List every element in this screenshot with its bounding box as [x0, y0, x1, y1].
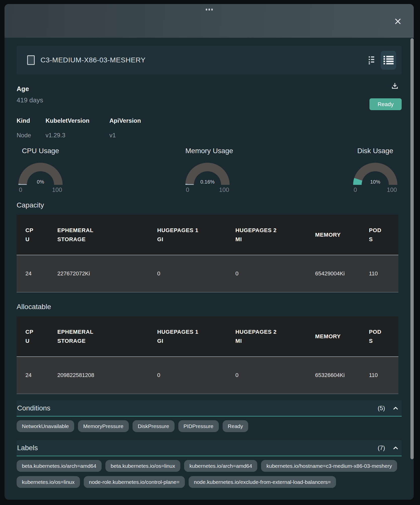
table-cell: 227672072Ki [44, 255, 149, 292]
column-header: CPU [17, 316, 44, 357]
gauge-min: 0 [186, 186, 189, 193]
column-header: PODS [360, 215, 398, 255]
more-dots-icon[interactable] [206, 9, 213, 11]
table-cell: 65326604Ki [306, 357, 360, 394]
meta-field-label: KubeletVersion [46, 117, 109, 124]
condition-chip[interactable]: PIDPressure [178, 420, 219, 432]
gauge-value: 0% [18, 179, 63, 185]
label-chip[interactable]: beta.kubernetes.io/os=linux [105, 460, 180, 472]
table-cell: 0 [149, 255, 227, 292]
modal-content: C3-MEDIUM-X86-03-MESHERY [5, 46, 414, 488]
download-icon [391, 82, 399, 90]
column-header: PODS [360, 316, 398, 357]
table-cell: 65429004Ki [306, 255, 360, 292]
node-title: C3-MEDIUM-X86-03-MESHERY [40, 56, 146, 64]
column-header: HUGEPAGES 1 GI [149, 316, 227, 357]
meta-field-label: ApiVersion [109, 117, 141, 124]
meta-field: ApiVersion v1 [109, 117, 141, 139]
list-view-button[interactable] [381, 51, 396, 70]
column-header: HUGEPAGES 1 GI [149, 215, 227, 255]
label-chip[interactable]: node-role.kubernetes.io/control-plane= [84, 476, 185, 488]
allocatable-header-row: CPUEPHEMERAL STORAGEHUGEPAGES 1 GIHUGEPA… [17, 316, 398, 357]
gauge-min: 0 [354, 186, 357, 193]
label-chip[interactable]: kubernetes.io/os=linux [17, 476, 80, 488]
gauge-max: 100 [52, 186, 62, 193]
meta-field-value: v1.29.3 [46, 132, 109, 139]
gauge-title: Memory Usage [185, 147, 230, 155]
age-status-row: Age 419 days Ready [17, 82, 402, 110]
table-row: 24227672072Ki0065429004Ki110 [17, 255, 398, 292]
table-cell: 24 [17, 255, 44, 292]
age-value: 419 days [17, 96, 402, 104]
gauge: Disk Usage 10% 0 100 [353, 147, 397, 193]
column-header: CPU [17, 215, 44, 255]
capacity-header-row: CPUEPHEMERAL STORAGEHUGEPAGES 1 GIHUGEPA… [17, 215, 398, 255]
close-button[interactable] [394, 17, 402, 26]
column-header: EPHEMERAL STORAGE [44, 215, 149, 255]
labels-title: Labels [17, 444, 38, 452]
download-button[interactable] [391, 82, 399, 91]
condensed-view-icon [369, 56, 375, 64]
chevron-up-icon [392, 444, 399, 451]
condition-chip[interactable]: Ready [223, 420, 248, 432]
gauge-arc-chart: 0% [18, 163, 63, 185]
column-header: MEMORY [306, 316, 360, 357]
collapse-toggle[interactable] [392, 405, 399, 412]
conditions-count: (5) [378, 405, 385, 412]
chevron-up-icon [392, 405, 399, 412]
table-cell: 209822581208 [44, 357, 149, 394]
scrollbar-thumb[interactable] [410, 38, 414, 459]
table-cell: 110 [360, 357, 398, 394]
usage-gauges: CPU Usage 0% 0 100 Memory Usage [17, 147, 402, 193]
labels-section-header[interactable]: Labels (7) [17, 440, 402, 456]
labels-chips: beta.kubernetes.io/arch=amd64beta.kubern… [17, 460, 402, 488]
modal-header-band [5, 4, 414, 38]
column-header: HUGEPAGES 2 MI [227, 316, 306, 357]
meta-field-value: Node [17, 132, 46, 139]
label-chip[interactable]: node.kubernetes.io/exclude-from-external… [189, 476, 336, 488]
condition-chip[interactable]: MemoryPressure [78, 420, 129, 432]
table-row: 242098225812080065326604Ki110 [17, 357, 398, 394]
capacity-title: Capacity [17, 201, 402, 209]
table-cell: 110 [360, 255, 398, 292]
meta-field: Kind Node [17, 117, 46, 139]
column-header: MEMORY [306, 215, 360, 255]
label-chip[interactable]: beta.kubernetes.io/arch=amd64 [17, 460, 102, 472]
table-cell: 24 [17, 357, 44, 394]
gauge-max: 100 [387, 186, 397, 193]
conditions-chips: NetworkUnavailableMemoryPressureDiskPres… [17, 420, 402, 432]
conditions-section-header[interactable]: Conditions (5) [17, 400, 402, 416]
label-chip[interactable]: kubernetes.io/arch=amd64 [184, 460, 257, 472]
table-cell: 0 [227, 357, 306, 394]
gauge: Memory Usage 0.16% 0 100 [185, 147, 230, 193]
meta-field: KubeletVersion v1.29.3 [46, 117, 109, 139]
gauge-arc-chart: 0.16% [185, 163, 230, 185]
gauge-arc-chart: 10% [353, 163, 397, 185]
age-label: Age [17, 82, 402, 93]
condensed-view-button[interactable] [369, 56, 375, 64]
allocatable-title: Allocatable [17, 303, 402, 311]
gauge: CPU Usage 0% 0 100 [18, 147, 63, 193]
node-checkbox[interactable] [27, 55, 35, 65]
status-badge: Ready [369, 98, 402, 110]
allocatable-table: CPUEPHEMERAL STORAGEHUGEPAGES 1 GIHUGEPA… [17, 316, 398, 394]
conditions-title: Conditions [17, 404, 50, 412]
column-header: HUGEPAGES 2 MI [227, 215, 306, 255]
label-chip[interactable]: kubernetes.io/hostname=c3-medium-x86-03-… [261, 460, 397, 472]
gauge-max: 100 [219, 186, 229, 193]
close-icon [394, 17, 402, 26]
collapse-toggle[interactable] [392, 444, 399, 451]
condition-chip[interactable]: NetworkUnavailable [17, 420, 74, 432]
meta-field-label: Kind [17, 117, 46, 124]
table-cell: 0 [227, 255, 306, 292]
node-details-modal: C3-MEDIUM-X86-03-MESHERY [5, 4, 414, 500]
kind-version-row: Kind Node KubeletVersion v1.29.3 ApiVers… [17, 117, 402, 139]
condition-chip[interactable]: DiskPressure [133, 420, 175, 432]
labels-count: (7) [378, 444, 385, 451]
gauge-title: CPU Usage [18, 147, 63, 155]
gauge-value: 0.16% [185, 179, 230, 185]
column-header: EPHEMERAL STORAGE [44, 316, 149, 357]
list-view-icon [384, 56, 394, 64]
table-cell: 0 [149, 357, 227, 394]
gauge-min: 0 [19, 186, 22, 193]
